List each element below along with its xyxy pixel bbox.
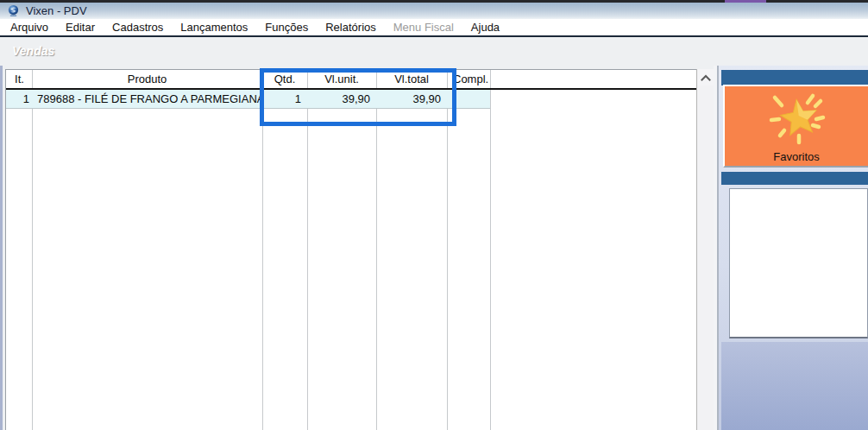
menu-item-menu-fiscal: Menu Fiscal bbox=[385, 19, 462, 35]
scrollbar-up-button[interactable] bbox=[698, 69, 714, 85]
row-cell-it: 1 bbox=[7, 90, 32, 108]
menu-item-cadastros[interactable]: Cadastros bbox=[104, 19, 172, 35]
app-logo-icon bbox=[7, 4, 20, 17]
star-icon bbox=[764, 90, 829, 147]
title-bar: Vixen - PDV bbox=[0, 3, 868, 19]
col-header-produto[interactable]: Produto bbox=[32, 70, 262, 88]
menu-bar: Arquivo Editar Cadastros Lançamentos Fun… bbox=[0, 19, 868, 35]
sidebar-panel bbox=[729, 188, 868, 338]
highlight-box bbox=[260, 68, 456, 126]
favoritos-label: Favoritos bbox=[725, 150, 868, 163]
sidebar-bottom-area bbox=[721, 342, 868, 430]
left-edge-strip bbox=[0, 66, 3, 430]
menu-item-funcoes[interactable]: Funções bbox=[256, 19, 317, 35]
menu-item-lancamentos[interactable]: Lançamentos bbox=[172, 19, 256, 35]
menu-item-relatorios[interactable]: Relatórios bbox=[317, 19, 385, 35]
workspace: It. Produto Qtd. Vl.unit. Vl.total Compl… bbox=[0, 66, 868, 430]
sidebar-top-strip bbox=[721, 70, 868, 85]
page-title: Vendas bbox=[0, 37, 868, 65]
grid-line bbox=[32, 70, 33, 430]
favoritos-button[interactable]: Favoritos bbox=[723, 85, 868, 168]
window-title: Vixen - PDV bbox=[26, 3, 87, 19]
sidebar-mid-strip bbox=[721, 172, 868, 185]
app-window: Vixen - PDV Arquivo Editar Cadastros Lan… bbox=[0, 0, 868, 430]
menu-item-ajuda[interactable]: Ajuda bbox=[462, 19, 508, 35]
grid-line bbox=[490, 70, 491, 430]
col-header-it[interactable]: It. bbox=[7, 70, 32, 88]
row-cell-produto: 789688 - FILÉ DE FRANGO A PARMEGIANA bbox=[32, 90, 262, 108]
menu-item-editar[interactable]: Editar bbox=[57, 19, 104, 35]
menu-item-arquivo[interactable]: Arquivo bbox=[2, 19, 57, 35]
sidebar: Favoritos bbox=[719, 66, 868, 430]
chevron-up-icon bbox=[701, 74, 711, 81]
view-header-bar: Vendas bbox=[0, 37, 868, 66]
table-scrollbar[interactable] bbox=[696, 69, 714, 430]
